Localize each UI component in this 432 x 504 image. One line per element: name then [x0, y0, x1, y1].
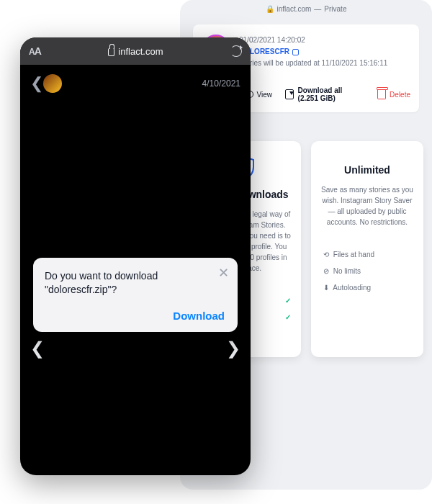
mobile-browser-frame: AA inflact.com ❮ 4/10/2021 ❮ ❯ ✕ Do you … — [20, 37, 251, 475]
story-top-bar: ❮ 4/10/2021 — [20, 65, 251, 96]
delete-button[interactable]: Delete — [377, 89, 410, 99]
story-avatar[interactable] — [43, 74, 62, 93]
download-all-button[interactable]: Download all (2.251 GiB) — [285, 86, 364, 102]
autoload-icon: ⬇ — [321, 284, 331, 292]
text-size-small-A: A — [29, 47, 35, 57]
lock-icon — [108, 48, 114, 56]
download-icon — [285, 89, 294, 99]
story-next-button[interactable]: ❯ — [226, 338, 240, 359]
lock-icon: 🔒 — [266, 5, 274, 13]
no-limit-icon: ⊘ — [321, 267, 331, 275]
feature-row-icon-label: ⊘ No limits — [321, 267, 361, 275]
back-url-bar: 🔒 inflact.com — Private — [180, 0, 432, 17]
delete-label: Delete — [390, 91, 410, 99]
trash-icon — [377, 89, 386, 99]
download-confirm-dialog: ✕ Do you want to download "dolorescfr.zi… — [33, 258, 238, 332]
update-note: Stories will be updated at 11/10/2021 15… — [239, 58, 387, 69]
story-date: 4/10/2021 — [202, 78, 240, 89]
story-nav-arrows: ❮ ❯ — [20, 338, 251, 359]
back-chevron-icon[interactable]: ❮ — [30, 74, 43, 93]
download-all-label: Download all (2.251 GiB) — [298, 86, 364, 102]
feature-row-label: Files at hand — [333, 251, 374, 258]
feature-row-label: No limits — [333, 267, 361, 275]
feature-row: ⬇ Autoloading — [321, 279, 413, 296]
check-icon: ✓ — [285, 297, 291, 305]
close-icon[interactable]: ✕ — [218, 266, 229, 279]
clock-arrow-icon: ⟲ — [321, 251, 331, 258]
feature-row-icon-label: ⟲ Files at hand — [321, 251, 374, 258]
front-domain-label: inflact.com — [118, 46, 163, 57]
feature-desc: Save as many stories as you wish. Instag… — [321, 184, 413, 228]
instagram-icon — [292, 49, 299, 55]
view-label: View — [257, 91, 273, 99]
text-size-large-A: A — [35, 45, 41, 57]
url-sep: — — [314, 5, 321, 13]
feature-list: ⟲ Files at hand ⊘ No limits ⬇ Autoloadin… — [321, 246, 413, 296]
timestamp-text: 01/02/2021 14:20:02 — [239, 35, 387, 46]
check-icon: ✓ — [285, 313, 291, 321]
dialog-actions: Download — [45, 307, 226, 325]
dialog-message: Do you want to download "dolorescfr.zip"… — [45, 269, 226, 297]
feature-row: ⊘ No limits — [321, 263, 413, 279]
feature-card-unlimited: Unlimited Save as many stories as you wi… — [311, 141, 423, 357]
story-prev-button[interactable]: ❮ — [30, 338, 45, 359]
feature-row-label: Autoloading — [333, 284, 371, 292]
address-bar[interactable]: inflact.com — [47, 46, 225, 57]
text-size-button[interactable]: AA — [29, 45, 41, 57]
feature-row: ⟲ Files at hand — [321, 246, 413, 263]
feature-title: Unlimited — [321, 164, 413, 176]
reload-icon[interactable] — [230, 45, 242, 57]
download-button[interactable]: Download — [171, 307, 226, 325]
profile-meta: 01/02/2021 14:20:02 DOLORESCFR Stories w… — [239, 35, 387, 69]
feature-row-icon-label: ⬇ Autoloading — [321, 284, 371, 292]
safari-toolbar: AA inflact.com — [20, 37, 251, 65]
back-domain: inflact.com — [277, 5, 312, 13]
back-private-label: Private — [324, 5, 346, 13]
